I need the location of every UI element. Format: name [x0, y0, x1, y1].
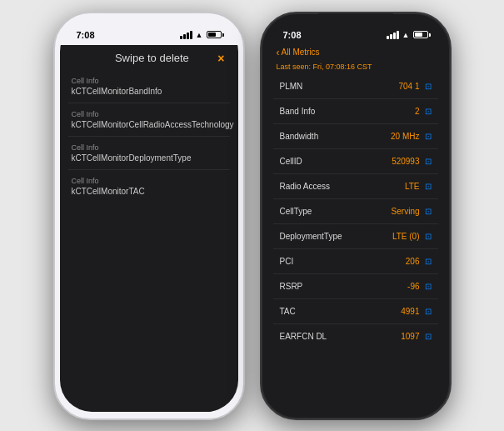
metric-row-pci[interactable]: PCI 206 ⊡ — [273, 249, 438, 274]
metric-name-bandinfo: Band Info — [280, 107, 415, 116]
bookmark-icon-earfcndl[interactable]: ⊡ — [425, 332, 432, 341]
right-time: 7:08 — [283, 30, 302, 40]
metric-name-celltype: CellType — [280, 207, 392, 216]
bookmark-icon-plmn[interactable]: ⊡ — [425, 82, 432, 91]
cell-value-4: kCTCellMonitorTAC — [72, 187, 227, 196]
metric-value-rsrp: -96 — [407, 282, 419, 291]
signal-bar-r4 — [397, 31, 399, 39]
signal-bar-r2 — [390, 34, 392, 39]
bookmark-icon-rsrp[interactable]: ⊡ — [425, 282, 432, 291]
bookmark-icon-cellid[interactable]: ⊡ — [425, 157, 432, 166]
signal-bar-r3 — [393, 33, 396, 39]
wifi-icon-right: ▲ — [402, 31, 410, 39]
bookmark-icon-radioaccess[interactable]: ⊡ — [425, 182, 432, 191]
swipe-header: Swipe to delete × — [60, 45, 238, 70]
right-screen: 7:08 ▲ ‹ — [267, 20, 445, 412]
battery-right — [413, 31, 428, 38]
bookmark-icon-bandinfo[interactable]: ⊡ — [425, 107, 432, 116]
metric-value-cellid: 520993 — [392, 157, 419, 166]
back-link[interactable]: ‹ All Metrics — [277, 47, 435, 58]
metric-row-earfcndl[interactable]: EARFCN DL 1097 ⊡ — [273, 324, 438, 349]
metric-row-radioaccess[interactable]: Radio Access LTE ⊡ — [273, 174, 438, 199]
left-time: 7:08 — [77, 30, 95, 40]
notch-right — [318, 13, 393, 32]
cell-value-3: kCTCellMonitorDeploymentType — [72, 153, 227, 163]
signal-bar-r1 — [387, 36, 389, 39]
metric-name-bandwidth: Bandwidth — [280, 132, 392, 141]
metric-row-tac[interactable]: TAC 4991 ⊡ — [273, 299, 438, 324]
right-content: ‹ All Metrics Last seen: Fri, 07:08:16 C… — [267, 45, 445, 412]
cell-label-3: Cell Info — [72, 143, 227, 152]
metric-name-radioaccess: Radio Access — [280, 182, 405, 191]
left-phone: 7:08 ▲ Swip — [53, 12, 245, 420]
metric-value-deploymenttype: LTE (0) — [392, 232, 420, 241]
metric-value-pci: 206 — [406, 257, 420, 266]
cell-value-2: kCTCellMonitorCellRadioAccessTechnology — [72, 120, 227, 129]
metric-value-bandinfo: 2 — [415, 107, 420, 116]
cell-item-3[interactable]: Cell Info kCTCellMonitorDeploymentType — [68, 137, 230, 170]
metric-name-plmn: PLMN — [280, 82, 399, 91]
signal-bar-4 — [190, 31, 192, 39]
battery-fill-left — [208, 33, 217, 37]
cell-value-1: kCTCellMonitorBandInfo — [72, 87, 227, 96]
signal-bar-3 — [187, 33, 189, 39]
metric-name-rsrp: RSRP — [280, 282, 408, 291]
swipe-title: Swipe to delete — [87, 52, 218, 64]
bookmark-icon-celltype[interactable]: ⊡ — [425, 207, 432, 216]
metric-name-pci: PCI — [280, 257, 406, 266]
cell-label-1: Cell Info — [72, 77, 227, 85]
close-button[interactable]: × — [217, 52, 224, 65]
metric-row-deploymenttype[interactable]: DeploymentType LTE (0) ⊡ — [273, 224, 438, 249]
metric-name-cellid: CellID — [280, 157, 392, 166]
last-seen: Last seen: Fri, 07:08:16 CST — [267, 62, 445, 74]
signal-bars-right — [387, 31, 399, 39]
cell-label-4: Cell Info — [72, 177, 227, 185]
back-label: All Metrics — [282, 48, 320, 57]
metric-row-bandinfo[interactable]: Band Info 2 ⊡ — [273, 99, 438, 124]
right-phone: 7:08 ▲ ‹ — [260, 12, 452, 420]
right-status-icons: ▲ — [387, 31, 428, 39]
chevron-left-icon: ‹ — [277, 47, 280, 58]
metric-row-bandwidth[interactable]: Bandwidth 20 MHz ⊡ — [273, 124, 438, 149]
cell-label-2: Cell Info — [72, 110, 227, 118]
signal-bars-left — [180, 31, 192, 39]
cell-item-2[interactable]: Cell Info kCTCellMonitorCellRadioAccessT… — [68, 103, 230, 137]
cell-item-4[interactable]: Cell Info kCTCellMonitorTAC — [68, 170, 230, 203]
cell-item-1[interactable]: Cell Info kCTCellMonitorBandInfo — [68, 70, 230, 103]
metric-value-tac: 4991 — [401, 307, 419, 316]
metric-name-tac: TAC — [280, 307, 402, 316]
metrics-list: PLMN 704 1 ⊡ Band Info 2 ⊡ Bandwidth 20 … — [267, 74, 445, 412]
battery-fill-right — [415, 33, 423, 37]
metric-name-deploymenttype: DeploymentType — [280, 232, 392, 241]
bookmark-icon-deploymenttype[interactable]: ⊡ — [425, 232, 432, 241]
metric-row-celltype[interactable]: CellType Serving ⊡ — [273, 199, 438, 224]
bookmark-icon-pci[interactable]: ⊡ — [425, 257, 432, 266]
phones-container: 7:08 ▲ Swip — [45, 3, 460, 428]
nav-bar: ‹ All Metrics — [267, 45, 445, 62]
metric-row-rsrp[interactable]: RSRP -96 ⊡ — [273, 274, 438, 299]
metric-value-bandwidth: 20 MHz — [391, 132, 419, 141]
metric-value-earfcndl: 1097 — [401, 332, 419, 341]
bookmark-icon-bandwidth[interactable]: ⊡ — [425, 132, 432, 141]
bookmark-icon-tac[interactable]: ⊡ — [425, 307, 432, 316]
left-screen: 7:08 ▲ Swip — [60, 20, 238, 412]
left-status-icons: ▲ — [180, 31, 222, 39]
metric-name-earfcndl: EARFCN DL — [280, 332, 402, 341]
metric-value-celltype: Serving — [392, 207, 420, 216]
notch-left — [112, 13, 187, 32]
left-content: Swipe to delete × Cell Info kCTCellMonit… — [60, 45, 238, 412]
metric-row-cellid[interactable]: CellID 520993 ⊡ — [273, 149, 438, 174]
signal-bar-1 — [180, 36, 182, 39]
metric-row-plmn[interactable]: PLMN 704 1 ⊡ — [273, 74, 438, 99]
wifi-icon-left: ▲ — [196, 31, 203, 39]
signal-bar-2 — [183, 34, 186, 39]
battery-left — [207, 31, 222, 38]
cell-list: Cell Info kCTCellMonitorBandInfo Cell In… — [60, 70, 238, 412]
metric-value-radioaccess: LTE — [405, 182, 420, 191]
metric-value-plmn: 704 1 — [398, 82, 419, 91]
